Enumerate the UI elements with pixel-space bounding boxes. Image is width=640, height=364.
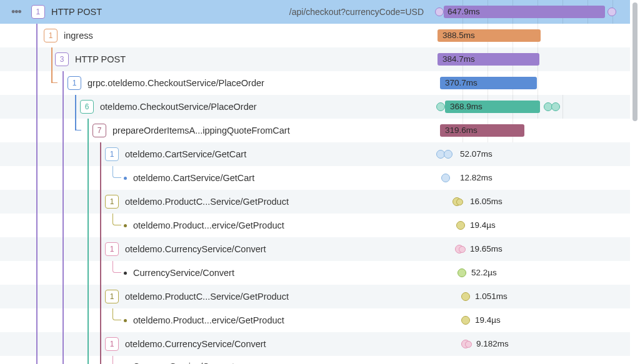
span-row[interactable]: oteldemo.Product...ervice/GetProduct 19.…	[0, 308, 630, 332]
trace-waterfall[interactable]: ••• 1 HTTP POST /api/checkout?currencyCo…	[0, 0, 630, 364]
span-name: CurrencyService/Convert	[133, 268, 234, 278]
duration-label: 52.2µs	[471, 268, 497, 277]
duration-label: 9.182ms	[476, 339, 509, 348]
duration-label: 319.6ms	[445, 125, 478, 135]
span-marker	[465, 341, 472, 348]
span-start-marker	[435, 7, 444, 16]
child-count-badge[interactable]: 1	[105, 290, 119, 303]
span-marker	[444, 150, 452, 159]
child-count-badge[interactable]: 1	[31, 5, 45, 19]
child-count-badge[interactable]: 1	[105, 195, 119, 209]
span-row[interactable]: 1 grpc.oteldemo.CheckoutService/PlaceOrd…	[0, 71, 630, 95]
span-row[interactable]: 1 oteldemo.CurrencyService/Convert 9.182…	[0, 332, 630, 356]
child-count-badge[interactable]: 1	[44, 29, 58, 42]
duration-label: 16.05ms	[470, 197, 502, 206]
duration-label: 388.5ms	[442, 31, 475, 40]
duration-label: 647.9ms	[448, 7, 480, 16]
child-count-badge[interactable]: 1	[105, 337, 119, 351]
span-name: oteldemo.ProductC...Service/GetProduct	[125, 292, 289, 302]
span-row[interactable]: 1 oteldemo.ProductC...Service/GetProduct…	[0, 190, 630, 214]
leaf-dot-icon	[124, 319, 127, 322]
duration-label: 52.07ms	[460, 149, 492, 159]
duration-label: 19.4µs	[470, 220, 496, 230]
span-name: oteldemo.Product...ervice/GetProduct	[133, 315, 284, 325]
span-name: CurrencyService/Convert	[133, 362, 234, 365]
span-row[interactable]: CurrencyService/Convert 52.2µs	[0, 261, 630, 285]
scrollbar[interactable]	[632, 2, 638, 121]
duration-label: 384.7ms	[442, 54, 475, 64]
span-marker	[461, 316, 470, 325]
child-count-badge[interactable]: 7	[92, 124, 106, 137]
span-row[interactable]: 1 oteldemo.CurrencyService/Convert 19.65…	[0, 237, 630, 261]
span-marker	[458, 268, 466, 277]
span-name: oteldemo.CurrencyService/Convert	[125, 244, 266, 254]
span-marker	[459, 246, 466, 253]
span-row[interactable]: CurrencyService/Convert 50.0µs	[0, 356, 630, 364]
span-marker	[441, 174, 450, 182]
span-row[interactable]: 1 oteldemo.CartService/GetCart 52.07ms	[0, 142, 630, 166]
span-name: grpc.oteldemo.CheckoutService/PlaceOrder	[88, 78, 264, 88]
more-icon[interactable]: •••	[5, 6, 25, 19]
span-name: oteldemo.CartService/GetCart	[125, 149, 246, 159]
child-count-badge[interactable]: 3	[55, 52, 69, 66]
duration-label: 1.051ms	[475, 292, 508, 301]
span-row[interactable]: 3 HTTP POST 384.7ms	[0, 47, 630, 71]
span-marker	[456, 221, 465, 230]
span-name: oteldemo.CartService/GetCart	[133, 173, 254, 183]
span-name: oteldemo.CurrencyService/Convert	[125, 339, 266, 349]
span-name: oteldemo.Product...ervice/GetProduct	[133, 220, 284, 230]
span-row[interactable]: 1 oteldemo.ProductC...Service/GetProduct…	[0, 285, 630, 308]
duration-label: 12.82ms	[460, 173, 492, 182]
span-path: /api/checkout?currencyCode=USD	[289, 7, 431, 17]
duration-label: 370.7ms	[445, 78, 478, 87]
child-count-badge[interactable]: 6	[80, 100, 94, 114]
duration-label: 19.4µs	[475, 315, 501, 325]
leaf-dot-icon	[124, 177, 127, 180]
span-end-marker	[608, 7, 616, 16]
child-count-badge[interactable]: 1	[105, 147, 119, 161]
duration-label: 368.9ms	[450, 102, 482, 111]
span-start-marker	[436, 102, 445, 111]
span-end-marker	[551, 102, 560, 111]
span-name: HTTP POST	[51, 7, 102, 17]
span-marker	[456, 199, 463, 205]
span-row[interactable]: 7 prepareOrderItemsA...ippingQuoteFromCa…	[0, 119, 630, 142]
leaf-dot-icon	[124, 272, 127, 275]
span-name: oteldemo.ProductC...Service/GetProduct	[125, 197, 289, 207]
span-row[interactable]: oteldemo.CartService/GetCart 12.82ms	[0, 166, 630, 190]
span-row[interactable]: 1 ingress 388.5ms	[0, 24, 630, 47]
span-name: oteldemo.CheckoutService/PlaceOrder	[100, 102, 257, 112]
leaf-dot-icon	[124, 224, 127, 227]
duration-label: 19.65ms	[470, 244, 502, 253]
child-count-badge[interactable]: 1	[68, 76, 81, 90]
span-name: prepareOrderItemsA...ippingQuoteFromCart	[112, 125, 290, 135]
span-marker	[461, 292, 470, 301]
span-row[interactable]: oteldemo.Product...ervice/GetProduct 19.…	[0, 214, 630, 237]
child-count-badge[interactable]: 1	[105, 242, 119, 256]
span-row[interactable]: ••• 1 HTTP POST /api/checkout?currencyCo…	[0, 0, 630, 24]
span-name: ingress	[64, 31, 93, 41]
span-row[interactable]: 6 oteldemo.CheckoutService/PlaceOrder 36…	[0, 95, 630, 119]
span-name: HTTP POST	[75, 54, 126, 64]
